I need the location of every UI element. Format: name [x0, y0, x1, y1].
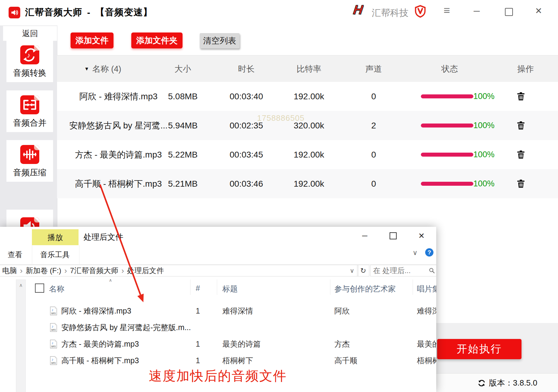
select-all-checkbox[interactable] — [35, 284, 44, 293]
file-title — [222, 319, 327, 336]
column-header-channels[interactable]: 声道 — [343, 55, 404, 82]
file-channels: 0 — [343, 140, 404, 169]
delete-icon[interactable] — [516, 149, 526, 160]
version-row: 版本：3.8.5.0 — [477, 378, 537, 388]
svg-text:♪: ♪ — [52, 341, 53, 345]
address-dropdown-chevron-icon[interactable]: ∨ — [350, 267, 354, 274]
delete-icon[interactable] — [516, 120, 526, 131]
version-label: 版本：3.8.5.0 — [489, 378, 537, 388]
title-separator: - — [87, 7, 90, 18]
file-track: 1 — [189, 336, 207, 352]
breadcrumb-item[interactable]: 处理后文件 — [127, 266, 164, 276]
svg-text:♪: ♪ — [52, 324, 53, 329]
file-channels: 2 — [343, 111, 404, 140]
file-size: 5.22MB — [152, 140, 214, 169]
file-album: 最美的 — [417, 336, 436, 352]
column-header-size[interactable]: 大小 — [152, 55, 214, 82]
column-header-album[interactable]: 唱片集 — [417, 284, 436, 294]
start-button[interactable]: 开始执行 — [437, 339, 521, 359]
watermark: 1758886505 — [257, 113, 305, 123]
file-duration: 00:03:45 — [216, 140, 277, 169]
app-window: 汇帮音频大师 - 【音频变速】 H 汇帮科技 ≡ ─ ✕ 返回 ♪ 音频转换 — [0, 0, 558, 392]
back-button[interactable]: 返回 — [3, 26, 57, 41]
app-mode-title: 【音频变速】 — [95, 6, 152, 19]
sidebar-item-audio-compress[interactable]: 音频压缩 — [6, 140, 53, 182]
sync-icon[interactable] — [477, 379, 486, 387]
delete-icon[interactable] — [516, 178, 526, 189]
sort-desc-icon: ▼ — [84, 66, 89, 72]
progress-bar — [421, 153, 473, 157]
delete-icon[interactable] — [516, 91, 526, 101]
search-input[interactable]: 在 处理后... — [370, 265, 436, 276]
chevron-right-icon: › — [20, 266, 23, 276]
explorer-contextual-tab-play[interactable]: 播放 — [32, 229, 79, 245]
table-row[interactable]: 高千顺 - 梧桐树下.mp3 5.21MB 00:03:46 192.00k 0… — [57, 169, 558, 198]
list-item[interactable]: ♪ MP3 高千顺 - 梧桐树下.mp3 1 梧桐树下 高千顺 梧桐树 — [0, 352, 436, 369]
help-button[interactable]: ? — [425, 248, 433, 257]
file-bitrate: 192.00k — [278, 169, 340, 198]
column-header-duration[interactable]: 时长 — [216, 55, 277, 82]
progress-bar — [421, 94, 473, 98]
maximize-button[interactable] — [505, 8, 513, 16]
sidebar-item-label: 音频压缩 — [6, 167, 53, 178]
breadcrumb-item[interactable]: 电脑 — [2, 266, 17, 276]
column-header-name[interactable]: 名称 — [49, 284, 64, 294]
sidebar-item-label: 音频合并 — [6, 117, 53, 128]
column-header-actions[interactable]: 操作 — [495, 55, 556, 82]
column-header-bitrate[interactable]: 比特率 — [278, 55, 340, 82]
clear-list-label: 清空列表 — [203, 35, 236, 46]
explorer-maximize-button[interactable] — [384, 229, 402, 243]
clear-list-button[interactable]: 清空列表 — [200, 33, 240, 48]
add-folder-button[interactable]: 添加文件夹 — [131, 32, 183, 48]
column-header-artist[interactable]: 参与创作的艺术家 — [334, 284, 396, 294]
explorer-minimize-button[interactable]: ─ — [356, 229, 374, 243]
list-item[interactable]: ♪ MP3 阿欣 - 难得深情.mp3 1 难得深情 阿欣 难得深 — [0, 303, 436, 319]
table-row[interactable]: 方杰 - 最美的诗篇.mp3 5.22MB 00:03:45 192.00k 0… — [57, 140, 558, 169]
table-row[interactable]: 安静悠扬古风 by 星河鹭... 5.94MB 00:02:35 320.00k… — [57, 111, 558, 140]
column-header-title[interactable]: 标题 — [222, 284, 238, 294]
file-name: 高千顺 - 梧桐树下.mp3 — [61, 352, 139, 369]
list-item[interactable]: ♪ MP3 安静悠扬古风 by 星河鹭起-完整版.m... — [0, 319, 436, 336]
tab-music-tools[interactable]: 音乐工具 — [37, 245, 73, 264]
add-file-button[interactable]: 添加文件 — [71, 32, 114, 48]
address-bar[interactable]: 电脑 › 新加卷 (F:) › 7汇帮音频大师 › 处理后文件 ∨ — [0, 265, 358, 276]
mp3-file-icon: ♪ MP3 — [50, 340, 57, 348]
ribbon-collapse-chevron-icon[interactable]: ∨ — [413, 249, 418, 257]
sidebar-item-audio-convert[interactable]: ♪ 音频转换 — [6, 40, 53, 82]
file-album: 难得深 — [417, 303, 436, 319]
svg-text:MP3: MP3 — [52, 329, 56, 331]
file-channels: 0 — [343, 169, 404, 198]
file-bitrate: 192.00k — [278, 82, 340, 111]
menu-icon[interactable]: ≡ — [444, 5, 450, 16]
chevron-right-icon: › — [121, 266, 124, 276]
app-title: 汇帮音频大师 — [25, 6, 82, 19]
file-artist: 方杰 — [334, 336, 411, 352]
explorer-close-button[interactable]: ✕ — [413, 229, 430, 243]
file-title: 梧桐树下 — [222, 352, 327, 369]
column-header-track[interactable]: # — [196, 284, 200, 293]
file-table-header: ▼ 名称 (4) 大小 时长 比特率 声道 状态 操作 — [57, 55, 558, 82]
list-item[interactable]: ♪ MP3 方杰 - 最美的诗篇.mp3 1 最美的诗篇 方杰 最美的 — [0, 336, 436, 352]
close-button[interactable]: ✕ — [535, 7, 542, 15]
file-album: 梧桐树 — [417, 352, 436, 369]
column-header-name[interactable]: ▼ 名称 (4) — [77, 55, 129, 82]
sidebar-item-audio-merge[interactable]: 音频合并 — [6, 90, 53, 132]
file-title: 难得深情 — [222, 303, 327, 319]
tab-view[interactable]: 查看 — [6, 245, 25, 264]
refresh-button[interactable]: ↻ — [357, 265, 369, 276]
chevron-right-icon: › — [64, 266, 67, 276]
mp3-file-icon: ♪ MP3 — [50, 306, 57, 315]
start-label: 开始执行 — [457, 342, 502, 356]
scroll-up-icon[interactable]: ∧ — [19, 282, 23, 288]
table-row[interactable]: 阿欣 - 难得深情.mp3 5.08MB 00:03:40 192.00k 0 … — [57, 82, 558, 111]
progress-bar — [421, 124, 473, 127]
back-label: 返回 — [22, 28, 38, 39]
file-album — [417, 319, 436, 336]
file-name: 安静悠扬古风 by 星河鹭起-完整版.m... — [61, 319, 191, 336]
breadcrumb-item[interactable]: 7汇帮音频大师 — [70, 266, 118, 276]
column-header-status[interactable]: 状态 — [419, 55, 480, 82]
sidebar-item-label: 音频转换 — [6, 67, 53, 78]
breadcrumb-item[interactable]: 新加卷 (F:) — [26, 266, 61, 276]
maximize-square-icon — [390, 232, 397, 239]
minimize-button[interactable]: ─ — [474, 7, 480, 15]
